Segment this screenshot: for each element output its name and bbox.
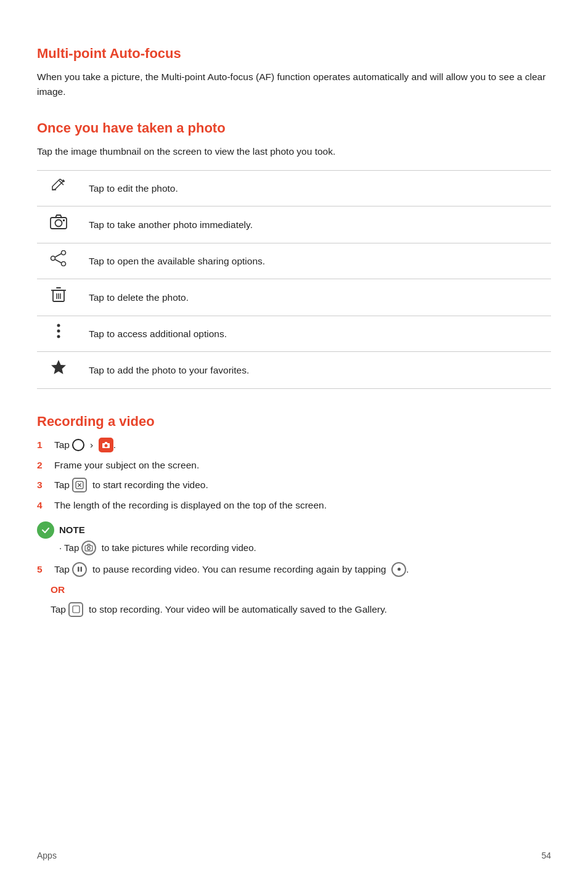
footer-label: Apps — [37, 849, 57, 862]
step-1-text: Tap › . — [54, 438, 551, 453]
resume-button-icon — [391, 562, 406, 577]
step-5: 5 Tap to pause recording video. You can … — [37, 562, 551, 618]
camera-text: Tap to take another photo immediately. — [80, 206, 551, 243]
pause-svg — [76, 565, 84, 573]
photo-desc: Tap the image thumbnail on the screen to… — [37, 144, 551, 159]
svg-point-5 — [51, 256, 55, 261]
edit-icon — [51, 178, 67, 194]
trash-icon — [51, 286, 67, 303]
camera-icon-cell — [37, 206, 80, 243]
steps-list: 1 Tap › . 2 Frame your subject on the sc… — [37, 438, 551, 618]
share-icon — [50, 250, 67, 266]
svg-rect-22 — [85, 545, 92, 551]
camera-icon — [49, 213, 68, 231]
svg-line-6 — [55, 254, 62, 258]
more-icon — [55, 323, 62, 339]
svg-point-1 — [55, 220, 62, 227]
trash-icon-cell — [37, 279, 80, 316]
svg-point-4 — [62, 262, 66, 266]
edit-icon-cell — [37, 171, 80, 206]
table-row: Tap to delete the photo. — [37, 279, 551, 316]
step-4: 4 The length of the recording is display… — [37, 498, 551, 513]
page-number: 54 — [541, 849, 551, 862]
step-num-4: 4 — [37, 498, 51, 513]
step-3-text: Tap to start recording the video. — [54, 478, 551, 493]
note-label: NOTE — [59, 523, 85, 537]
or-label: OR — [51, 582, 65, 597]
table-row: Tap to open the available sharing option… — [37, 243, 551, 279]
section-title-multipoint: Multi-point Auto-focus — [37, 43, 551, 63]
multipoint-section: Multi-point Auto-focus When you take a p… — [37, 43, 551, 99]
svg-rect-25 — [80, 567, 82, 572]
dot-svg — [395, 565, 403, 573]
step-5-text: Tap to pause recording video. You can re… — [54, 562, 409, 578]
svg-point-26 — [398, 568, 401, 571]
step-num-2: 2 — [37, 458, 51, 473]
page-footer: Apps 54 — [37, 849, 551, 862]
photo-section: Once you have taken a photo Tap the imag… — [37, 118, 551, 389]
snap-while-recording-icon — [81, 541, 96, 555]
table-row: Tap to add the photo to your favorites. — [37, 352, 551, 389]
checkmark-icon — [41, 525, 51, 535]
camera-app-icon — [99, 438, 113, 452]
table-row: Tap to edit the photo. — [37, 171, 551, 206]
svg-rect-27 — [73, 606, 80, 613]
svg-marker-16 — [51, 360, 66, 374]
share-text: Tap to open the available sharing option… — [80, 243, 551, 279]
table-row: Tap to take another photo immediately. — [37, 206, 551, 243]
star-icon-cell — [37, 352, 80, 389]
step-5b-text: Tap to stop recording. Your video will b… — [51, 602, 387, 618]
section-title-photo: Once you have taken a photo — [37, 118, 551, 138]
svg-point-14 — [57, 330, 60, 333]
svg-rect-2 — [63, 219, 65, 221]
step-2-text: Frame your subject on the screen. — [54, 458, 551, 473]
stop-svg — [72, 605, 80, 613]
svg-point-15 — [57, 335, 60, 338]
multipoint-desc: When you take a picture, the Multi-point… — [37, 70, 551, 99]
table-row: Tap to access additional options. — [37, 316, 551, 352]
svg-line-7 — [55, 259, 62, 263]
step-3: 3 Tap to start recording the video. — [37, 478, 551, 493]
camera-small-svg — [102, 441, 110, 449]
step-2: 2 Frame your subject on the screen. — [37, 458, 551, 473]
step-1: 1 Tap › . — [37, 438, 551, 453]
note-header: NOTE — [37, 521, 551, 539]
note-body: · Tap to take pictures while recording v… — [59, 541, 551, 556]
share-icon-cell — [37, 243, 80, 279]
record-btn-svg — [75, 481, 84, 489]
home-button-icon — [72, 439, 84, 451]
snap-svg — [84, 544, 93, 552]
edit-text: Tap to edit the photo. — [80, 171, 551, 206]
note-box: NOTE · Tap to take pictures while record… — [37, 521, 551, 556]
recording-section: Recording a video 1 Tap › . 2 Fr — [37, 411, 551, 618]
section-title-recording: Recording a video — [37, 411, 551, 431]
photo-options-table: Tap to edit the photo. Tap to take anoth… — [37, 170, 551, 389]
more-icon-cell — [37, 316, 80, 352]
record-button-icon — [72, 478, 87, 492]
more-text: Tap to access additional options. — [80, 316, 551, 352]
star-icon — [50, 359, 67, 376]
pause-button-icon — [72, 562, 87, 577]
note-icon — [37, 521, 54, 539]
step-num-3: 3 — [37, 478, 51, 492]
star-text: Tap to add the photo to your favorites. — [80, 352, 551, 389]
step-num-5: 5 — [37, 562, 51, 577]
svg-point-18 — [104, 444, 107, 447]
svg-rect-24 — [78, 567, 80, 572]
step-4-text: The length of the recording is displayed… — [54, 498, 551, 513]
svg-point-23 — [88, 547, 91, 550]
step-num-1: 1 — [37, 438, 51, 452]
svg-point-13 — [57, 324, 60, 327]
svg-point-3 — [62, 251, 66, 255]
trash-text: Tap to delete the photo. — [80, 279, 551, 316]
stop-button-icon — [68, 602, 83, 617]
